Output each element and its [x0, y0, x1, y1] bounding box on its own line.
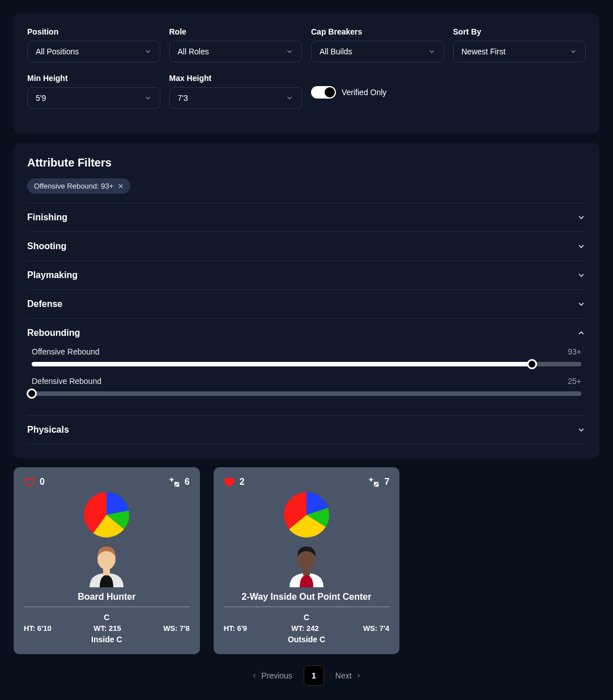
likes-count: 2 — [240, 477, 245, 487]
chevron-down-icon — [144, 94, 152, 102]
next-label: Next — [335, 671, 352, 680]
build-card[interactable]: 272-Way Inside Out Point CenterCHT: 6'9W… — [214, 467, 400, 654]
accordion-item-shooting: Shooting — [27, 232, 586, 261]
slider-thumb[interactable] — [27, 389, 37, 399]
maxheight-select[interactable]: 7'3 — [169, 87, 303, 109]
sortby-value: Newest First — [462, 47, 506, 56]
capbreakers-count: 6 — [185, 477, 190, 487]
filter-chip: Offensive Rebound: 93+✕ — [27, 178, 130, 194]
attribute-filters-panel: Attribute Filters Offensive Rebound: 93+… — [14, 143, 599, 458]
accordion-item-physicals: Physicals — [27, 416, 586, 445]
slider-track[interactable] — [32, 362, 581, 366]
capbreakers-select[interactable]: All Builds — [311, 41, 444, 62]
position-value: All Positions — [36, 47, 79, 56]
previous-button[interactable]: Previous — [244, 667, 299, 685]
build-weight: WT: 215 — [93, 624, 121, 633]
accordion-title: Shooting — [27, 241, 66, 251]
accordion-header-physicals[interactable]: Physicals — [27, 416, 586, 444]
accordion-header-playmaking[interactable]: Playmaking — [27, 261, 586, 289]
capbreakers-wrap: 7 — [368, 476, 389, 488]
build-height: HT: 6'9 — [224, 624, 247, 633]
role-label: Role — [169, 27, 303, 36]
chevron-down-icon — [286, 94, 293, 102]
likes-wrap[interactable]: 0 — [24, 476, 45, 488]
role-value: All Roles — [178, 47, 209, 56]
divider — [224, 607, 390, 607]
accordion-body: Offensive Rebound93+Defensive Rebound25+ — [27, 347, 586, 415]
minheight-select[interactable]: 5'9 — [27, 87, 160, 109]
build-wingspan: WS: 7'4 — [363, 624, 389, 633]
build-name: Board Hunter — [24, 592, 190, 602]
minheight-label: Min Height — [27, 74, 160, 83]
accordion-title: Defense — [27, 299, 62, 309]
attribute-filters-title: Attribute Filters — [27, 156, 586, 169]
slider-defensive-rebound: Defensive Rebound25+ — [32, 377, 581, 396]
capbreakers-wrap: 6 — [169, 476, 190, 488]
card-top-row: 06 — [24, 476, 190, 488]
verified-label: Verified Only — [342, 88, 386, 97]
slider-label: Defensive Rebound — [32, 377, 101, 386]
accordion-title: Finishing — [27, 212, 67, 223]
chevron-down-icon — [577, 213, 586, 222]
chevron-down-icon — [286, 48, 293, 56]
build-stats: HT: 6'9WT: 242WS: 7'4 — [224, 624, 390, 633]
chip-remove-icon[interactable]: ✕ — [118, 182, 124, 190]
accordion-header-shooting[interactable]: Shooting — [27, 232, 586, 261]
chevron-down-icon — [428, 48, 436, 56]
build-card[interactable]: 06Board HunterCHT: 6'10WT: 215WS: 7'8Ins… — [14, 467, 200, 654]
divider — [24, 607, 190, 607]
capbreaker-icon — [368, 476, 380, 488]
attribute-pie — [224, 492, 390, 537]
capbreakers-label: Cap Breakers — [311, 27, 444, 36]
role-select[interactable]: All Roles — [169, 41, 303, 62]
player-avatar — [224, 542, 390, 587]
accordion-title: Playmaking — [27, 270, 78, 280]
next-button[interactable]: Next — [329, 667, 369, 685]
chip-label: Offensive Rebound: 93+ — [34, 182, 113, 190]
accordion-title: Rebounding — [27, 328, 80, 338]
maxheight-field: Max Height 7'3 — [169, 74, 303, 109]
slider-track[interactable] — [32, 391, 581, 396]
slider-thumb[interactable] — [527, 359, 537, 369]
build-weight: WT: 242 — [291, 624, 318, 633]
accordion-item-finishing: Finishing — [27, 203, 586, 232]
accordion-header-defense[interactable]: Defense — [27, 290, 586, 318]
sortby-select[interactable]: Newest First — [453, 41, 586, 62]
filter-panel: Position All Positions Role All Roles Ca… — [14, 14, 599, 134]
chevron-down-icon — [569, 48, 577, 56]
accordion-header-finishing[interactable]: Finishing — [27, 203, 586, 232]
capbreaker-icon — [169, 476, 180, 488]
slider-label: Offensive Rebound — [32, 347, 100, 356]
maxheight-value: 7'3 — [178, 93, 188, 103]
accordion-title: Physicals — [27, 425, 69, 435]
slider-fill — [32, 362, 532, 366]
heart-icon — [224, 476, 235, 488]
capbreakers-count: 7 — [384, 477, 389, 487]
chevron-down-icon — [577, 271, 586, 280]
verified-toggle[interactable] — [311, 86, 336, 99]
chevron-down-icon — [144, 48, 152, 56]
accordion-item-playmaking: Playmaking — [27, 261, 586, 290]
sortby-label: Sort By — [453, 27, 586, 36]
slider-value: 25+ — [568, 377, 581, 386]
accordion-item-defense: Defense — [27, 290, 586, 319]
card-top-row: 27 — [224, 476, 390, 488]
player-avatar — [24, 542, 190, 587]
capbreakers-field: Cap Breakers All Builds — [311, 27, 444, 62]
position-field: Position All Positions — [27, 27, 160, 62]
results-grid: 06Board HunterCHT: 6'10WT: 215WS: 7'8Ins… — [14, 467, 599, 654]
chevron-down-icon — [577, 242, 586, 251]
build-height: HT: 6'10 — [24, 624, 52, 633]
minheight-value: 5'9 — [36, 93, 46, 103]
position-select[interactable]: All Positions — [27, 41, 160, 62]
slider-value: 93+ — [568, 347, 581, 356]
chevron-right-icon — [355, 672, 362, 679]
slider-offensive-rebound: Offensive Rebound93+ — [32, 347, 581, 366]
likes-wrap[interactable]: 2 — [224, 476, 245, 488]
pagination: Previous 1 Next — [14, 665, 599, 686]
accordion-header-rebounding[interactable]: Rebounding — [27, 319, 586, 347]
previous-label: Previous — [261, 671, 292, 680]
build-wingspan: WS: 7'8 — [163, 624, 189, 633]
page-current[interactable]: 1 — [304, 665, 324, 686]
capbreakers-value: All Builds — [320, 47, 352, 56]
